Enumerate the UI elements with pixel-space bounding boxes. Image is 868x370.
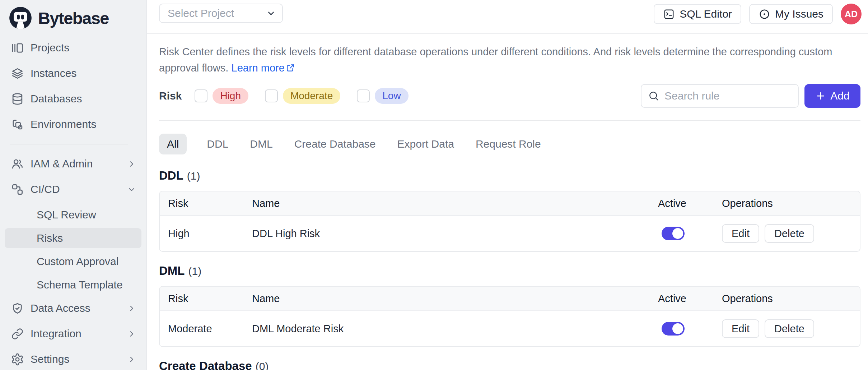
active-cell — [658, 322, 722, 336]
column-header-operations: Operations — [722, 293, 860, 305]
description-line-2: approval flows. Learn more — [159, 60, 860, 76]
learn-more-link[interactable]: Learn more — [232, 62, 295, 74]
column-header-name: Name — [252, 293, 658, 305]
section-heading: Create Database(0) — [159, 359, 860, 370]
instances-icon — [10, 66, 24, 80]
sidebar-item-data-access[interactable]: Data Access — [5, 298, 141, 318]
sidebar-item-label: IAM & Admin — [31, 158, 127, 170]
risk-checkbox-moderate[interactable] — [265, 89, 278, 102]
project-selector[interactable]: Select Project — [159, 4, 283, 23]
sidebar-item-label: Settings — [31, 353, 127, 365]
risk-checkbox-high[interactable] — [195, 89, 207, 102]
delete-button[interactable]: Delete — [765, 319, 814, 338]
chevron-right-icon — [127, 329, 136, 339]
table-row: ModerateDML Moderate RiskEditDelete — [160, 310, 860, 346]
edit-button[interactable]: Edit — [722, 319, 759, 338]
project-selector-label: Select Project — [168, 7, 234, 19]
user-avatar[interactable]: AD — [841, 4, 862, 24]
tab-ddl[interactable]: DDL — [205, 134, 230, 154]
sidebar-item-custom-approval[interactable]: Custom Approval — [5, 251, 141, 272]
my-issues-label: My Issues — [775, 8, 823, 20]
environments-icon — [10, 117, 24, 131]
sidebar-item-label: Integration — [31, 328, 127, 340]
brand-logo[interactable]: Bytebase — [0, 0, 146, 29]
column-header-risk: Risk — [160, 198, 252, 209]
column-header-name: Name — [252, 198, 658, 209]
sidebar-item-label: Environments — [31, 118, 136, 130]
delete-button[interactable]: Delete — [765, 224, 814, 243]
sidebar-item-label: Databases — [31, 93, 136, 105]
sidebar-item-label: Data Access — [31, 302, 127, 314]
my-issues-button[interactable]: My Issues — [749, 4, 833, 24]
tab-request-role[interactable]: Request Role — [474, 134, 542, 154]
search-rule-input[interactable] — [664, 90, 792, 102]
add-rule-label: Add — [830, 90, 849, 102]
sidebar-item-instances[interactable]: Instances — [5, 63, 141, 83]
section-title: DDL — [159, 169, 183, 182]
sidebar-item-environments[interactable]: Environments — [5, 114, 141, 134]
active-toggle[interactable] — [662, 227, 685, 240]
sidebar-item-integration[interactable]: Integration — [5, 324, 141, 344]
rules-table: RiskNameActiveOperationsModerateDML Mode… — [159, 286, 860, 347]
operations-cell: EditDelete — [722, 319, 860, 338]
sidebar: Bytebase ProjectsInstancesDatabasesEnvir… — [0, 0, 147, 370]
risk-level-filter-high: High — [195, 88, 248, 104]
active-toggle[interactable] — [662, 322, 685, 336]
sql-editor-label: SQL Editor — [680, 8, 732, 20]
table-header-row: RiskNameActiveOperations — [160, 191, 860, 215]
topbar: Select Project SQL Editor My Issues AD — [147, 0, 868, 34]
chevron-down-icon — [127, 185, 136, 194]
sidebar-item-settings[interactable]: Settings — [5, 349, 141, 369]
sidebar-item-risks[interactable]: Risks — [5, 228, 141, 248]
add-rule-button[interactable]: Add — [804, 84, 860, 108]
sidebar-item-label: SQL Review — [37, 209, 136, 221]
rule-name-cell: DDL High Risk — [252, 228, 658, 240]
integration-icon — [10, 327, 24, 341]
chevron-right-icon — [127, 159, 136, 169]
cicd-icon — [10, 182, 24, 196]
section-count: (1) — [187, 170, 200, 182]
brand-name: Bytebase — [38, 8, 109, 28]
topbar-actions: SQL Editor My Issues AD — [654, 4, 862, 24]
risk-level-filter-low: Low — [357, 88, 408, 104]
search-rule-box — [641, 84, 799, 108]
plus-icon — [815, 91, 826, 101]
tab-all[interactable]: All — [159, 134, 187, 154]
external-link-icon — [286, 63, 295, 73]
sidebar-item-label: Schema Template — [37, 279, 136, 291]
tab-export-data[interactable]: Export Data — [396, 134, 456, 154]
source-tabs: AllDDLDMLCreate DatabaseExport DataReque… — [159, 134, 860, 154]
section-ddl: DDL(1)RiskNameActiveOperationsHighDDL Hi… — [159, 169, 860, 252]
terminal-icon — [663, 8, 675, 20]
column-header-active: Active — [658, 198, 722, 209]
risk-badge-moderate: Moderate — [283, 88, 340, 104]
sidebar-item-schema-template[interactable]: Schema Template — [5, 275, 141, 295]
risk-level-filters: HighModerateLow — [195, 88, 408, 104]
sidebar-item-databases[interactable]: Databases — [5, 89, 141, 109]
sidebar-item-label: Projects — [31, 42, 136, 54]
risk-filter-label: Risk — [159, 90, 182, 102]
rules-table: RiskNameActiveOperationsHighDDL High Ris… — [159, 191, 860, 252]
data-access-icon — [10, 301, 24, 315]
column-header-active: Active — [658, 293, 722, 305]
sidebar-item-iam-admin[interactable]: IAM & Admin — [5, 154, 141, 174]
sidebar-item-projects[interactable]: Projects — [5, 38, 141, 58]
risk-filter-row: Risk HighModerateLow Add — [159, 84, 860, 108]
edit-button[interactable]: Edit — [722, 224, 759, 243]
circle-dot-icon — [759, 8, 770, 20]
risk-checkbox-low[interactable] — [357, 89, 370, 102]
tab-dml[interactable]: DML — [248, 134, 274, 154]
risk-sections: DDL(1)RiskNameActiveOperationsHighDDL Hi… — [159, 169, 860, 370]
chevron-down-icon — [266, 8, 276, 19]
tab-create-database[interactable]: Create Database — [293, 134, 377, 154]
sql-editor-button[interactable]: SQL Editor — [654, 4, 741, 24]
toggle-knob — [672, 323, 683, 334]
sidebar-item-label: CI/CD — [31, 183, 127, 195]
risk-center-content: Risk Center defines the risk levels for … — [147, 34, 868, 370]
sidebar-item-sql-review[interactable]: SQL Review — [5, 205, 141, 225]
sidebar-item-ci-cd[interactable]: CI/CD — [5, 179, 141, 199]
section-count: (1) — [188, 265, 201, 277]
section-heading: DDL(1) — [159, 169, 860, 182]
column-header-operations: Operations — [722, 198, 860, 209]
projects-icon — [10, 41, 24, 55]
